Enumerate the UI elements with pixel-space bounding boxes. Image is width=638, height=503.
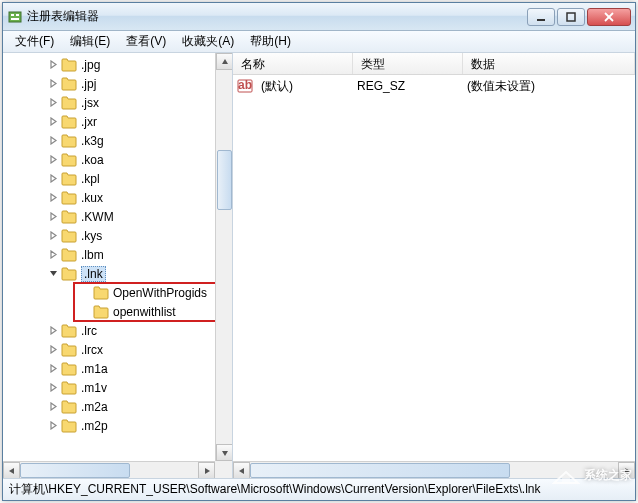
menu-favorites[interactable]: 收藏夹(A) [174, 31, 242, 52]
expand-icon[interactable] [47, 97, 59, 109]
column-name[interactable]: 名称 [233, 53, 353, 74]
tree-key[interactable]: .koa [3, 150, 215, 169]
tree-key[interactable]: .m1a [3, 359, 215, 378]
svg-rect-3 [11, 18, 19, 20]
values-header: 名称 类型 数据 [233, 53, 635, 75]
tree-label: .m1v [81, 381, 107, 395]
expand-icon[interactable] [47, 173, 59, 185]
tree-scrollbar-horizontal[interactable] [3, 461, 215, 478]
statusbar: 计算机\HKEY_CURRENT_USER\Software\Microsoft… [3, 478, 635, 500]
tree-key[interactable]: .k3g [3, 131, 215, 150]
expand-icon[interactable] [47, 211, 59, 223]
expand-icon[interactable] [47, 154, 59, 166]
menu-edit[interactable]: 编辑(E) [62, 31, 118, 52]
tree-scroll: .jpg.jpj.jsx.jxr.k3g.koa.kpl.kux.KWM.kys… [3, 53, 215, 461]
folder-icon [61, 96, 77, 110]
values-list[interactable]: ab (默认) REG_SZ (数值未设置) [233, 75, 635, 97]
scroll-down-button[interactable] [216, 444, 233, 461]
value-row[interactable]: ab (默认) REG_SZ (数值未设置) [233, 77, 635, 95]
close-button[interactable] [587, 8, 631, 26]
svg-marker-22 [51, 365, 56, 372]
scroll-right-button[interactable] [198, 462, 215, 478]
main-area: .jpg.jpj.jsx.jxr.k3g.koa.kpl.kux.KWM.kys… [3, 53, 635, 478]
tree-subkey[interactable]: openwithlist [3, 302, 215, 321]
svg-marker-27 [222, 451, 228, 456]
menu-view[interactable]: 查看(V) [118, 31, 174, 52]
expand-icon[interactable] [47, 344, 59, 356]
svg-marker-17 [51, 232, 56, 239]
tree-scrollbar-vertical[interactable] [215, 53, 232, 461]
window-controls [527, 8, 631, 26]
tree-key[interactable]: .lrcx [3, 340, 215, 359]
expand-icon[interactable] [47, 325, 59, 337]
tree-key[interactable]: .kux [3, 188, 215, 207]
column-type[interactable]: 类型 [353, 53, 463, 74]
expand-icon[interactable] [47, 192, 59, 204]
expand-icon[interactable] [47, 363, 59, 375]
tree-key[interactable]: .jpj [3, 74, 215, 93]
tree-label: .kys [81, 229, 102, 243]
expand-icon[interactable] [47, 401, 59, 413]
tree-subkey[interactable]: OpenWithProgids [3, 283, 215, 302]
svg-marker-16 [51, 213, 56, 220]
svg-marker-11 [51, 118, 56, 125]
tree-key[interactable]: .m2a [3, 397, 215, 416]
values-scrollbar-horizontal[interactable] [233, 461, 635, 478]
column-data[interactable]: 数据 [463, 53, 635, 74]
scroll-thumb-vertical[interactable] [217, 150, 232, 210]
tree-label: .koa [81, 153, 104, 167]
maximize-button[interactable] [557, 8, 585, 26]
svg-marker-24 [51, 403, 56, 410]
expand-icon[interactable] [47, 135, 59, 147]
folder-icon [61, 115, 77, 129]
tree-key[interactable]: .jpg [3, 55, 215, 74]
svg-marker-15 [51, 194, 56, 201]
status-path: 计算机\HKEY_CURRENT_USER\Software\Microsoft… [9, 481, 540, 498]
tree-key[interactable]: .lbm [3, 245, 215, 264]
tree-label: .m1a [81, 362, 108, 376]
expand-icon[interactable] [47, 230, 59, 242]
folder-icon [61, 210, 77, 224]
tree-key[interactable]: .lnk [3, 264, 215, 283]
expand-icon[interactable] [47, 249, 59, 261]
svg-marker-25 [51, 422, 56, 429]
scroll-thumb-horizontal[interactable] [20, 463, 130, 478]
expand-icon[interactable] [47, 116, 59, 128]
scrollbar-corner [215, 461, 232, 478]
menubar: 文件(F) 编辑(E) 查看(V) 收藏夹(A) 帮助(H) [3, 31, 635, 53]
svg-marker-12 [51, 137, 56, 144]
svg-marker-21 [51, 346, 56, 353]
expand-icon[interactable] [47, 382, 59, 394]
tree-key[interactable]: .kys [3, 226, 215, 245]
tree-key[interactable]: .jxr [3, 112, 215, 131]
minimize-button[interactable] [527, 8, 555, 26]
scroll-right-button[interactable] [618, 462, 635, 478]
string-value-icon: ab [237, 78, 253, 94]
tree-key[interactable]: .jsx [3, 93, 215, 112]
tree-key[interactable]: .m2p [3, 416, 215, 435]
tree-key[interactable]: .kpl [3, 169, 215, 188]
menu-file[interactable]: 文件(F) [7, 31, 62, 52]
expand-icon[interactable] [47, 59, 59, 71]
collapse-icon[interactable] [47, 268, 59, 280]
expand-icon[interactable] [47, 420, 59, 432]
registry-tree[interactable]: .jpg.jpj.jsx.jxr.k3g.koa.kpl.kux.KWM.kys… [3, 53, 215, 437]
svg-marker-28 [9, 468, 14, 474]
folder-icon [61, 267, 77, 281]
scroll-left-button[interactable] [3, 462, 20, 478]
tree-label: .m2p [81, 419, 108, 433]
folder-icon [61, 248, 77, 262]
expand-icon[interactable] [47, 78, 59, 90]
scroll-thumb-horizontal[interactable] [250, 463, 510, 478]
tree-key[interactable]: .KWM [3, 207, 215, 226]
tree-key[interactable]: .m1v [3, 378, 215, 397]
tree-label: .m2a [81, 400, 108, 414]
scroll-left-button[interactable] [233, 462, 250, 478]
svg-marker-20 [51, 327, 56, 334]
menu-help[interactable]: 帮助(H) [242, 31, 299, 52]
tree-key[interactable]: .lrc [3, 321, 215, 340]
value-data: (数值未设置) [459, 78, 543, 95]
window-title: 注册表编辑器 [27, 8, 527, 25]
scroll-up-button[interactable] [216, 53, 233, 70]
expander-placeholder [79, 287, 91, 299]
